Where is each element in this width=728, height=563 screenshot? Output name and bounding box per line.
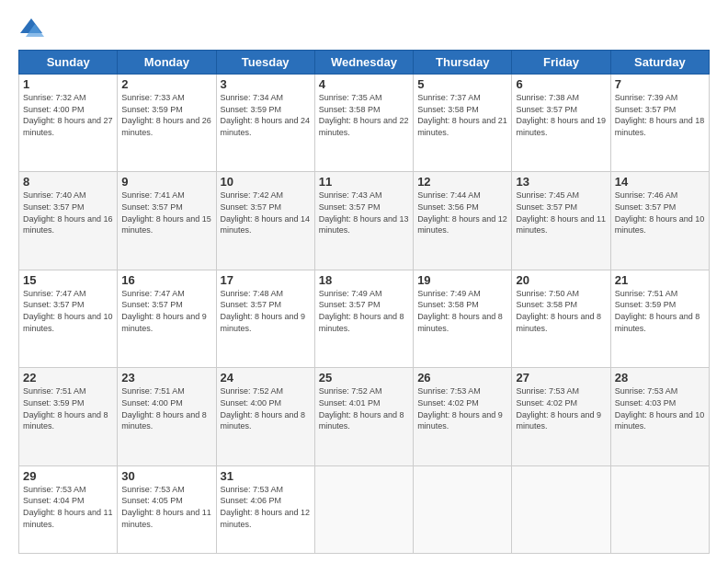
calendar-cell: 9 Sunrise: 7:41 AM Sunset: 3:57 PM Dayli… (118, 172, 216, 270)
day-number: 8 (23, 175, 113, 189)
weekday-header-wednesday: Wednesday (314, 51, 413, 75)
calendar-cell: 7 Sunrise: 7:39 AM Sunset: 3:57 PM Dayli… (610, 75, 709, 172)
calendar-cell: 28 Sunrise: 7:53 AM Sunset: 4:03 PM Dayl… (610, 368, 709, 465)
day-info: Sunrise: 7:53 AM Sunset: 4:06 PM Dayligh… (221, 484, 311, 530)
calendar-cell: 29 Sunrise: 7:53 AM Sunset: 4:04 PM Dayl… (19, 465, 118, 553)
calendar-cell: 24 Sunrise: 7:52 AM Sunset: 4:00 PM Dayl… (216, 368, 314, 465)
weekday-header-monday: Monday (118, 51, 216, 75)
day-number: 11 (319, 175, 409, 189)
calendar-cell: 2 Sunrise: 7:33 AM Sunset: 3:59 PM Dayli… (118, 75, 216, 172)
day-number: 26 (417, 371, 507, 385)
calendar-cell: 11 Sunrise: 7:43 AM Sunset: 3:57 PM Dayl… (314, 172, 413, 270)
day-info: Sunrise: 7:38 AM Sunset: 3:57 PM Dayligh… (516, 92, 606, 138)
day-info: Sunrise: 7:49 AM Sunset: 3:58 PM Dayligh… (417, 288, 507, 334)
weekday-header-tuesday: Tuesday (216, 51, 314, 75)
day-info: Sunrise: 7:33 AM Sunset: 3:59 PM Dayligh… (121, 92, 211, 138)
day-number: 13 (516, 175, 606, 189)
day-number: 16 (121, 273, 211, 287)
calendar-cell: 17 Sunrise: 7:48 AM Sunset: 3:57 PM Dayl… (216, 270, 314, 367)
day-number: 21 (615, 273, 705, 287)
calendar-cell: 23 Sunrise: 7:51 AM Sunset: 4:00 PM Dayl… (118, 368, 216, 465)
logo-icon (18, 15, 44, 40)
day-info: Sunrise: 7:52 AM Sunset: 4:01 PM Dayligh… (319, 385, 409, 431)
day-number: 3 (221, 77, 311, 91)
day-number: 25 (319, 371, 409, 385)
calendar-cell: 1 Sunrise: 7:32 AM Sunset: 4:00 PM Dayli… (19, 75, 118, 172)
calendar-cell: 22 Sunrise: 7:51 AM Sunset: 3:59 PM Dayl… (19, 368, 118, 465)
calendar-cell: 20 Sunrise: 7:50 AM Sunset: 3:58 PM Dayl… (512, 270, 610, 367)
calendar-cell (610, 465, 709, 553)
day-number: 20 (516, 273, 606, 287)
day-number: 4 (319, 77, 409, 91)
calendar-cell: 26 Sunrise: 7:53 AM Sunset: 4:02 PM Dayl… (414, 368, 512, 465)
calendar-table: SundayMondayTuesdayWednesdayThursdayFrid… (18, 50, 710, 554)
day-number: 18 (319, 273, 409, 287)
day-number: 23 (121, 371, 211, 385)
day-info: Sunrise: 7:42 AM Sunset: 3:57 PM Dayligh… (221, 190, 311, 236)
calendar-cell: 12 Sunrise: 7:44 AM Sunset: 3:56 PM Dayl… (414, 172, 512, 270)
day-number: 12 (417, 175, 507, 189)
day-number: 28 (615, 371, 705, 385)
weekday-header-thursday: Thursday (414, 51, 512, 75)
day-info: Sunrise: 7:52 AM Sunset: 4:00 PM Dayligh… (221, 385, 311, 431)
day-info: Sunrise: 7:51 AM Sunset: 3:59 PM Dayligh… (23, 385, 113, 431)
calendar-cell: 21 Sunrise: 7:51 AM Sunset: 3:59 PM Dayl… (610, 270, 709, 367)
day-number: 19 (417, 273, 507, 287)
day-number: 15 (23, 273, 113, 287)
calendar-cell (414, 465, 512, 553)
calendar-cell: 15 Sunrise: 7:47 AM Sunset: 3:57 PM Dayl… (19, 270, 118, 367)
page: SundayMondayTuesdayWednesdayThursdayFrid… (0, 0, 728, 563)
calendar-cell: 14 Sunrise: 7:46 AM Sunset: 3:57 PM Dayl… (610, 172, 709, 270)
day-info: Sunrise: 7:47 AM Sunset: 3:57 PM Dayligh… (121, 288, 211, 334)
day-info: Sunrise: 7:37 AM Sunset: 3:58 PM Dayligh… (417, 92, 507, 138)
day-number: 24 (221, 371, 311, 385)
day-info: Sunrise: 7:51 AM Sunset: 3:59 PM Dayligh… (615, 288, 705, 334)
day-info: Sunrise: 7:48 AM Sunset: 3:57 PM Dayligh… (221, 288, 311, 334)
day-info: Sunrise: 7:40 AM Sunset: 3:57 PM Dayligh… (23, 190, 113, 236)
day-info: Sunrise: 7:53 AM Sunset: 4:02 PM Dayligh… (516, 385, 606, 431)
day-number: 5 (417, 77, 507, 91)
calendar-cell: 8 Sunrise: 7:40 AM Sunset: 3:57 PM Dayli… (19, 172, 118, 270)
day-info: Sunrise: 7:53 AM Sunset: 4:03 PM Dayligh… (615, 385, 705, 431)
calendar-cell: 10 Sunrise: 7:42 AM Sunset: 3:57 PM Dayl… (216, 172, 314, 270)
day-info: Sunrise: 7:34 AM Sunset: 3:59 PM Dayligh… (221, 92, 311, 138)
day-number: 7 (615, 77, 705, 91)
calendar-cell (314, 465, 413, 553)
weekday-header-friday: Friday (512, 51, 610, 75)
calendar-cell: 3 Sunrise: 7:34 AM Sunset: 3:59 PM Dayli… (216, 75, 314, 172)
day-info: Sunrise: 7:39 AM Sunset: 3:57 PM Dayligh… (615, 92, 705, 138)
calendar-cell: 5 Sunrise: 7:37 AM Sunset: 3:58 PM Dayli… (414, 75, 512, 172)
day-number: 10 (221, 175, 311, 189)
day-number: 30 (121, 469, 211, 483)
calendar-cell (512, 465, 610, 553)
day-info: Sunrise: 7:51 AM Sunset: 4:00 PM Dayligh… (121, 385, 211, 431)
day-info: Sunrise: 7:45 AM Sunset: 3:57 PM Dayligh… (516, 190, 606, 236)
calendar-cell: 31 Sunrise: 7:53 AM Sunset: 4:06 PM Dayl… (216, 465, 314, 553)
day-info: Sunrise: 7:53 AM Sunset: 4:04 PM Dayligh… (23, 484, 113, 530)
day-number: 14 (615, 175, 705, 189)
day-info: Sunrise: 7:32 AM Sunset: 4:00 PM Dayligh… (23, 92, 113, 138)
day-info: Sunrise: 7:44 AM Sunset: 3:56 PM Dayligh… (417, 190, 507, 236)
calendar-cell: 6 Sunrise: 7:38 AM Sunset: 3:57 PM Dayli… (512, 75, 610, 172)
calendar-cell: 16 Sunrise: 7:47 AM Sunset: 3:57 PM Dayl… (118, 270, 216, 367)
day-info: Sunrise: 7:41 AM Sunset: 3:57 PM Dayligh… (121, 190, 211, 236)
header (18, 15, 710, 40)
day-number: 1 (23, 77, 113, 91)
day-info: Sunrise: 7:53 AM Sunset: 4:05 PM Dayligh… (121, 484, 211, 530)
calendar-cell: 18 Sunrise: 7:49 AM Sunset: 3:57 PM Dayl… (314, 270, 413, 367)
day-info: Sunrise: 7:43 AM Sunset: 3:57 PM Dayligh… (319, 190, 409, 236)
day-number: 2 (121, 77, 211, 91)
calendar-cell: 30 Sunrise: 7:53 AM Sunset: 4:05 PM Dayl… (118, 465, 216, 553)
day-info: Sunrise: 7:46 AM Sunset: 3:57 PM Dayligh… (615, 190, 705, 236)
day-info: Sunrise: 7:50 AM Sunset: 3:58 PM Dayligh… (516, 288, 606, 334)
weekday-header-sunday: Sunday (19, 51, 118, 75)
day-info: Sunrise: 7:47 AM Sunset: 3:57 PM Dayligh… (23, 288, 113, 334)
calendar-cell: 13 Sunrise: 7:45 AM Sunset: 3:57 PM Dayl… (512, 172, 610, 270)
day-number: 6 (516, 77, 606, 91)
day-number: 22 (23, 371, 113, 385)
calendar-cell: 27 Sunrise: 7:53 AM Sunset: 4:02 PM Dayl… (512, 368, 610, 465)
day-number: 9 (121, 175, 211, 189)
day-number: 27 (516, 371, 606, 385)
day-info: Sunrise: 7:49 AM Sunset: 3:57 PM Dayligh… (319, 288, 409, 334)
weekday-header-saturday: Saturday (610, 51, 709, 75)
